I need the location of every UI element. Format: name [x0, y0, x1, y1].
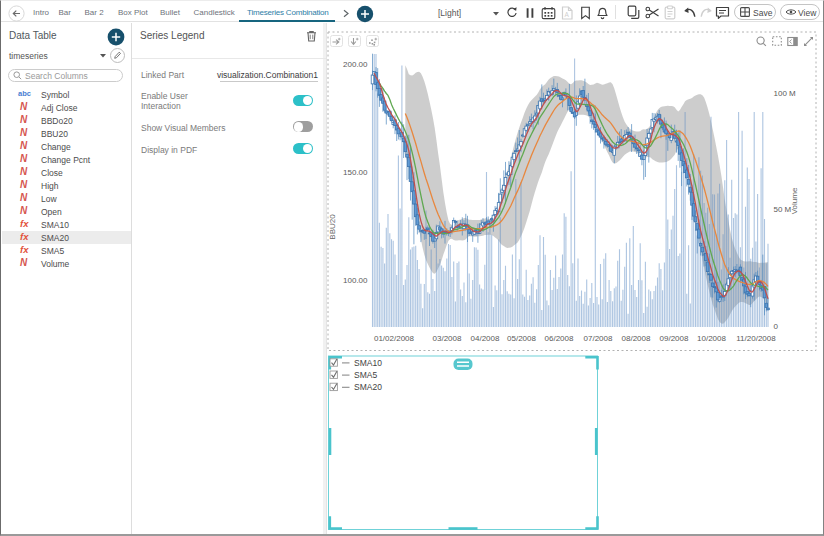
svg-text:SMA10: SMA10 — [354, 358, 382, 368]
svg-text:SMA5: SMA5 — [354, 370, 377, 380]
svg-text:SMA20: SMA20 — [354, 382, 382, 392]
